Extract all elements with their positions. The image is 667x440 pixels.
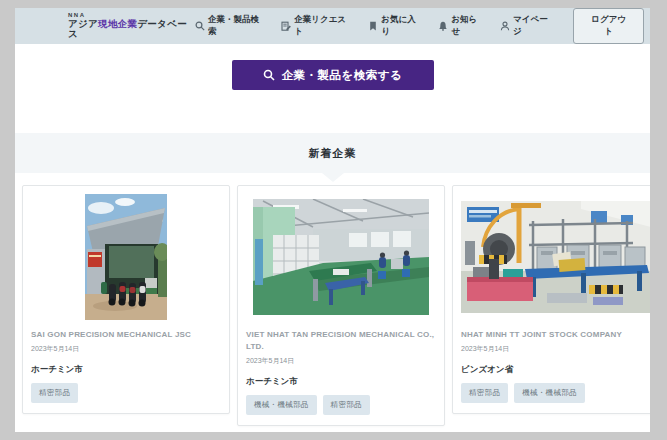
- company-location: ホーチミン市: [31, 364, 221, 376]
- bookmark-icon: [368, 21, 378, 31]
- company-tag: 精密部品: [31, 383, 78, 403]
- nav-item-company-product-search[interactable]: 企業・製品検索: [195, 14, 266, 38]
- company-location: ホーチミン市: [246, 376, 436, 388]
- company-tags: 精密部品: [31, 383, 221, 403]
- brand-title-accent: 現地企業: [98, 18, 137, 29]
- brand-title: アジア現地企業データベース: [68, 19, 195, 40]
- nav-item-label: お気に入り: [381, 14, 423, 38]
- company-card[interactable]: VIET NHAT TAN PRECISION MECHANICAL CO., …: [237, 185, 445, 426]
- company-name: VIET NHAT TAN PRECISION MECHANICAL CO., …: [246, 329, 436, 353]
- bell-icon: [438, 21, 448, 31]
- logout-button[interactable]: ログアウト: [573, 8, 644, 44]
- nav-item-label: 企業リクエスト: [294, 14, 353, 38]
- brand-logo[interactable]: NNA アジア現地企業データベース: [68, 12, 195, 39]
- company-card[interactable]: SAI GON PRECISION MECHANICAL JSC 2023年5月…: [22, 185, 230, 414]
- company-tag: 機械・機械部品: [514, 383, 585, 403]
- section-title: 新着企業: [309, 146, 357, 161]
- section-new-companies-header: 新着企業: [15, 133, 650, 173]
- company-date: 2023年5月14日: [246, 356, 436, 366]
- company-name: SAI GON PRECISION MECHANICAL JSC: [31, 329, 221, 341]
- search-icon: [263, 69, 275, 81]
- company-photo-factory-interior: [246, 194, 436, 320]
- nav-item-notifications[interactable]: お知らせ: [438, 14, 485, 38]
- nav-item-label: お知らせ: [451, 14, 485, 38]
- new-companies-card-row: SAI GON PRECISION MECHANICAL JSC 2023年5月…: [15, 185, 650, 426]
- brand-title-pre: アジア: [68, 18, 98, 29]
- user-icon: [500, 21, 510, 31]
- request-icon: [281, 21, 291, 31]
- section-arrow-down: [322, 173, 344, 182]
- company-tag: 機械・機械部品: [246, 395, 317, 415]
- company-photo-factory-machinery: [461, 194, 650, 320]
- company-photo-factory-exterior: [31, 194, 221, 320]
- search-products-button-label: 企業・製品を検索する: [282, 68, 403, 83]
- company-tag: 精密部品: [461, 383, 508, 403]
- company-card[interactable]: NHAT MINH TT JOINT STOCK COMPANY 2023年5月…: [452, 185, 650, 414]
- company-tags: 精密部品 機械・機械部品: [461, 383, 650, 403]
- nav-item-mypage[interactable]: マイページ: [500, 14, 555, 38]
- company-date: 2023年5月14日: [461, 344, 650, 354]
- header-nav: 企業・製品検索 企業リクエスト お気に入り お知らせ: [195, 8, 646, 44]
- app-frame: { "header": { "brand": { "name": "NNA", …: [0, 0, 667, 440]
- company-tags: 機械・機械部品 精密部品: [246, 395, 436, 415]
- nav-item-favorites[interactable]: お気に入り: [368, 14, 423, 38]
- hero-section: 企業・製品を検索する: [15, 44, 650, 133]
- company-tag: 精密部品: [323, 395, 370, 415]
- search-products-button[interactable]: 企業・製品を検索する: [232, 60, 434, 90]
- search-icon: [195, 21, 205, 31]
- company-name: NHAT MINH TT JOINT STOCK COMPANY: [461, 329, 650, 341]
- nav-item-label: マイページ: [513, 14, 555, 38]
- company-date: 2023年5月14日: [31, 344, 221, 354]
- nav-item-company-request[interactable]: 企業リクエスト: [281, 14, 353, 38]
- company-location: ビンズオン省: [461, 364, 650, 376]
- page: NNA アジア現地企業データベース 企業・製品検索 企業リクエスト お気に: [15, 8, 650, 432]
- header: NNA アジア現地企業データベース 企業・製品検索 企業リクエスト お気に: [15, 8, 650, 44]
- nav-item-label: 企業・製品検索: [208, 14, 266, 38]
